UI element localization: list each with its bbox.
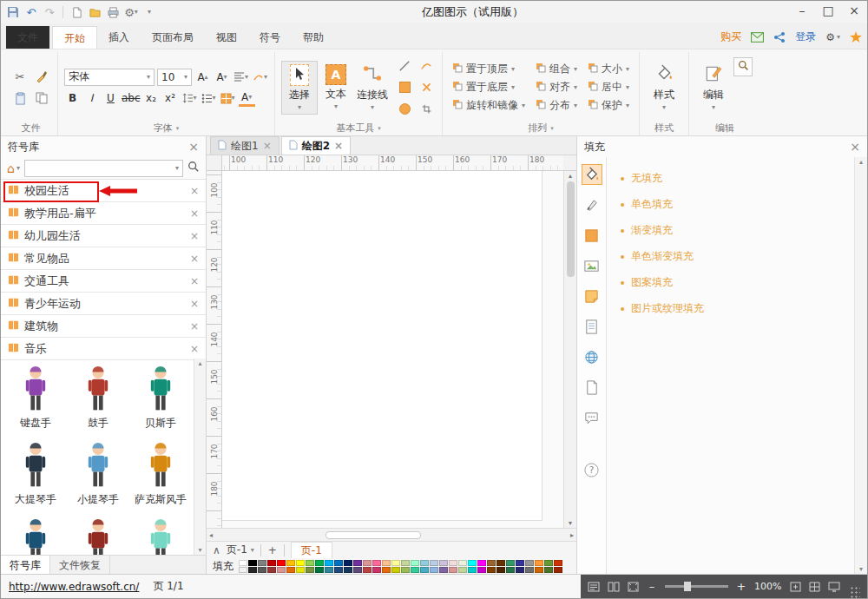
tab-file[interactable]: 文件 [6, 26, 49, 49]
bullet-list-button[interactable]: ▾ [201, 90, 217, 107]
palette-color-swatch[interactable] [411, 567, 419, 573]
italic-button[interactable]: I [83, 90, 100, 107]
copy-icon[interactable] [32, 89, 51, 108]
palette-color-swatch[interactable] [353, 567, 362, 573]
palette-color-swatch[interactable] [439, 567, 448, 573]
symbol-scrollbar[interactable]: ▴▾ [194, 359, 206, 555]
bold-button[interactable]: B [64, 90, 81, 107]
vertical-scroll-thumb[interactable] [567, 181, 575, 277]
palette-color-swatch[interactable] [430, 560, 438, 566]
tools-icon[interactable]: ⚙▾ [124, 4, 138, 20]
vertical-scrollbar[interactable]: ▴ ▾ [563, 171, 576, 528]
page-dropdown[interactable]: 页-1▾ [227, 543, 254, 557]
palette-color-swatch[interactable] [458, 567, 467, 573]
menu-tab[interactable]: 视图 [205, 26, 248, 49]
palette-color-swatch[interactable] [372, 560, 381, 566]
symbol-category-row[interactable]: 交通工具 × [1, 270, 206, 293]
arrange-command[interactable]: 居中 ▾ [584, 78, 633, 96]
palette-color-swatch[interactable] [382, 560, 391, 566]
palette-color-swatch[interactable] [525, 560, 534, 566]
document-list-icon[interactable] [582, 316, 602, 337]
palette-color-swatch[interactable] [535, 560, 543, 566]
palette-color-swatch[interactable] [554, 560, 562, 566]
palette-color-swatch[interactable] [525, 567, 534, 573]
palette-color-swatch[interactable] [516, 560, 524, 566]
document-tab[interactable]: 绘图1 × [210, 136, 279, 155]
scroll-down-icon[interactable]: ▾ [569, 519, 572, 527]
menu-tab[interactable]: 页面布局 [141, 26, 205, 49]
palette-color-swatch[interactable] [267, 567, 276, 573]
menu-tab[interactable]: 插入 [97, 26, 141, 49]
palette-color-swatch[interactable] [506, 560, 515, 566]
select-tool-button[interactable]: 选择 ▾ [281, 61, 318, 115]
minimize-button[interactable]: – [789, 1, 815, 20]
category-close-icon[interactable]: × [190, 230, 199, 242]
palette-color-swatch[interactable] [248, 560, 257, 566]
resize-grip[interactable] [850, 586, 860, 598]
shrink-font-button[interactable]: A▾ [214, 69, 230, 85]
settings-gear-icon[interactable]: ⚙▾ [825, 31, 840, 43]
redo-icon[interactable]: ↷ [43, 4, 56, 20]
page-tab[interactable]: 页-1 [291, 542, 332, 558]
symbol-category-row[interactable]: 幼儿园生活 × [1, 225, 206, 247]
horizontal-scroll-thumb[interactable] [326, 531, 421, 539]
line-style-pen-icon[interactable] [582, 194, 602, 215]
document-tab-close-icon[interactable]: × [334, 140, 343, 152]
zoom-out-button[interactable]: – [647, 580, 657, 593]
palette-color-swatch[interactable] [239, 567, 247, 573]
scroll-down-icon[interactable]: ▾ [859, 565, 863, 573]
fill-panel-scrollbar[interactable]: ▴ ▾ [854, 157, 867, 574]
view-page-layout-icon[interactable] [608, 582, 620, 592]
drawing-page[interactable] [222, 171, 542, 521]
fill-option[interactable]: 渐变填充 [621, 223, 845, 238]
comment-icon[interactable] [582, 407, 602, 428]
palette-color-swatch[interactable] [468, 560, 477, 566]
palette-color-swatch[interactable] [296, 560, 305, 566]
arrange-command[interactable]: 组合 ▾ [532, 60, 581, 78]
fit-to-window-icon[interactable] [790, 582, 801, 592]
palette-color-swatch[interactable] [468, 567, 477, 573]
feedback-mail-icon[interactable] [751, 32, 764, 43]
grid-view-icon[interactable] [809, 582, 820, 592]
palette-color-swatch[interactable] [325, 567, 333, 573]
status-url-link[interactable]: http://www.edrawsoft.cn/ [9, 581, 139, 593]
undo-icon[interactable]: ↶ [24, 4, 38, 20]
text-tool-button[interactable]: A 文本 ▾ [318, 62, 354, 113]
menu-tab[interactable]: 开始 [52, 26, 97, 49]
category-close-icon[interactable]: × [190, 275, 199, 287]
save-icon[interactable] [6, 4, 20, 20]
help-icon[interactable]: ? [582, 459, 602, 480]
palette-color-swatch[interactable] [296, 567, 305, 573]
shape-icon[interactable] [582, 225, 602, 246]
palette-color-swatch[interactable] [477, 560, 486, 566]
horizontal-scrollbar[interactable]: ◂ ▸ [207, 528, 576, 541]
font-dialog-launcher-icon[interactable]: ▾ [176, 125, 180, 132]
buy-link[interactable]: 购买 [720, 30, 741, 44]
palette-color-swatch[interactable] [544, 560, 553, 566]
palette-color-swatch[interactable] [267, 560, 276, 566]
palette-color-swatch[interactable] [315, 567, 324, 573]
basic-tools-dialog-launcher-icon[interactable]: ▾ [378, 125, 381, 132]
zoom-in-button[interactable]: + [736, 580, 746, 593]
image-icon[interactable] [582, 255, 602, 276]
fill-option[interactable]: 单色渐变填充 [621, 249, 845, 264]
palette-color-swatch[interactable] [487, 560, 496, 566]
palette-color-swatch[interactable] [258, 567, 266, 573]
close-button[interactable]: × [841, 1, 867, 20]
zoom-level[interactable]: 100% [754, 581, 782, 592]
arrange-command[interactable]: 旋转和镜像 ▾ [449, 96, 529, 115]
palette-color-swatch[interactable] [458, 560, 467, 566]
subscript-button[interactable]: x₂ [143, 90, 160, 107]
palette-color-swatch[interactable] [420, 560, 429, 566]
palette-color-swatch[interactable] [258, 560, 266, 566]
share-icon[interactable] [773, 31, 786, 43]
fill-panel-close-icon[interactable]: × [850, 141, 860, 153]
symbol-category-row[interactable]: 音乐 × [1, 338, 206, 360]
palette-color-swatch[interactable] [506, 567, 515, 573]
symbol-item[interactable]: 萨克斯风手 [129, 442, 192, 518]
symbol-item[interactable] [67, 518, 129, 555]
fill-option[interactable]: 单色填充 [621, 197, 845, 212]
library-home-icon[interactable]: ⌂▾ [7, 161, 20, 175]
palette-color-swatch[interactable] [391, 567, 400, 573]
fill-option[interactable]: 无填充 [621, 171, 845, 186]
